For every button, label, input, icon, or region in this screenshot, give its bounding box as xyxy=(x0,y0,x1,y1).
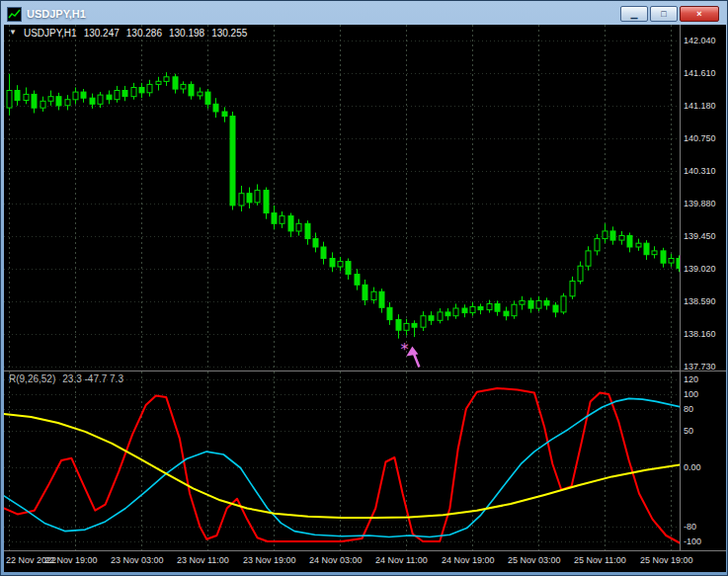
info-symbol: USDJPY,H1 xyxy=(24,28,77,39)
indicator-axis-label: -80 xyxy=(684,522,696,532)
indicator-label: R(9,26,52) 23.3 -47.7 7.3 xyxy=(9,373,123,384)
time-axis-label: 25 Nov 03:00 xyxy=(508,555,561,565)
indicator-axis-label: -100 xyxy=(684,536,701,546)
time-axis-label: 24 Nov 03:00 xyxy=(309,555,363,565)
price-axis[interactable]: 142.040141.610141.180140.750140.310139.8… xyxy=(680,25,725,370)
time-axis-label: 25 Nov 19:00 xyxy=(640,555,693,565)
indicator-row: R(9,26,52) 23.3 -47.7 7.3 12010080500.00… xyxy=(4,371,726,550)
info-close: 130.255 xyxy=(211,28,247,39)
indicator-axis-label: 50 xyxy=(684,426,693,436)
main-chart-pane[interactable]: ▼ USDJPY,H1 130.247 130.286 130.198 130.… xyxy=(4,25,680,370)
price-axis-label: 138.160 xyxy=(684,329,716,339)
price-axis-label: 141.180 xyxy=(684,101,716,111)
price-axis-label: 137.730 xyxy=(684,362,716,371)
price-axis-label: 141.610 xyxy=(684,68,716,78)
price-axis-label: 140.310 xyxy=(684,166,716,176)
indicator-name: R(9,26,52) xyxy=(9,373,55,384)
indicator-axis-label: 100 xyxy=(684,389,698,399)
symbol-dropdown-icon[interactable]: ▼ xyxy=(9,28,17,39)
time-axis[interactable]: 22 Nov 202222 Nov 19:0023 Nov 03:0023 No… xyxy=(4,551,726,572)
price-axis-label: 139.020 xyxy=(684,264,716,274)
price-axis-label: 138.590 xyxy=(684,296,716,306)
close-button[interactable]: × xyxy=(680,6,719,22)
chart-client-area: ▼ USDJPY,H1 130.247 130.286 130.198 130.… xyxy=(4,25,726,572)
time-axis-label: 24 Nov 19:00 xyxy=(442,555,495,565)
ohlc-info: ▼ USDJPY,H1 130.247 130.286 130.198 130.… xyxy=(9,28,247,39)
window-controls: ▁ □ × xyxy=(620,6,722,22)
indicator-line2 xyxy=(4,398,680,536)
indicator-pane[interactable]: R(9,26,52) 23.3 -47.7 7.3 xyxy=(4,371,680,550)
price-axis-label: 140.750 xyxy=(684,133,716,143)
indicator-line1 xyxy=(4,388,680,543)
price-axis-label: 139.450 xyxy=(684,231,716,241)
main-chart-row: ▼ USDJPY,H1 130.247 130.286 130.198 130.… xyxy=(4,25,726,370)
info-low: 130.198 xyxy=(169,28,204,39)
info-high: 130.286 xyxy=(126,28,162,39)
maximize-button[interactable]: □ xyxy=(650,6,678,22)
minimize-button[interactable]: ▁ xyxy=(620,6,648,22)
time-axis-label: 23 Nov 03:00 xyxy=(111,555,164,565)
indicator-axis-label: 120 xyxy=(684,374,698,384)
info-open: 130.247 xyxy=(84,28,120,39)
price-axis-label: 139.880 xyxy=(684,199,716,208)
time-axis-label: 24 Nov 11:00 xyxy=(375,555,428,565)
window-title: USDJPY,H1 xyxy=(27,8,86,20)
indicator-axis[interactable]: 12010080500.00-80-100 xyxy=(680,371,725,550)
chart-icon xyxy=(7,7,22,22)
indicator-axis-label: 80 xyxy=(684,404,693,414)
time-axis-label: 22 Nov 19:00 xyxy=(44,555,98,565)
time-axis-label: 23 Nov 19:00 xyxy=(243,555,296,565)
time-axis-label: 25 Nov 11:00 xyxy=(574,555,626,565)
indicator-values: 23.3 -47.7 7.3 xyxy=(62,373,123,384)
app-window: USDJPY,H1 ▁ □ × ▼ USDJPY,H1 130.247 130.… xyxy=(0,0,728,576)
indicator-axis-label: 0.00 xyxy=(684,462,701,472)
titlebar[interactable]: USDJPY,H1 ▁ □ × xyxy=(4,1,724,25)
svg-text:*: * xyxy=(400,340,408,359)
time-axis-label: 23 Nov 11:00 xyxy=(177,555,229,565)
candlestick-chart[interactable]: * xyxy=(4,25,680,370)
price-axis-label: 142.040 xyxy=(684,36,716,45)
oscillator-chart[interactable] xyxy=(4,371,680,550)
